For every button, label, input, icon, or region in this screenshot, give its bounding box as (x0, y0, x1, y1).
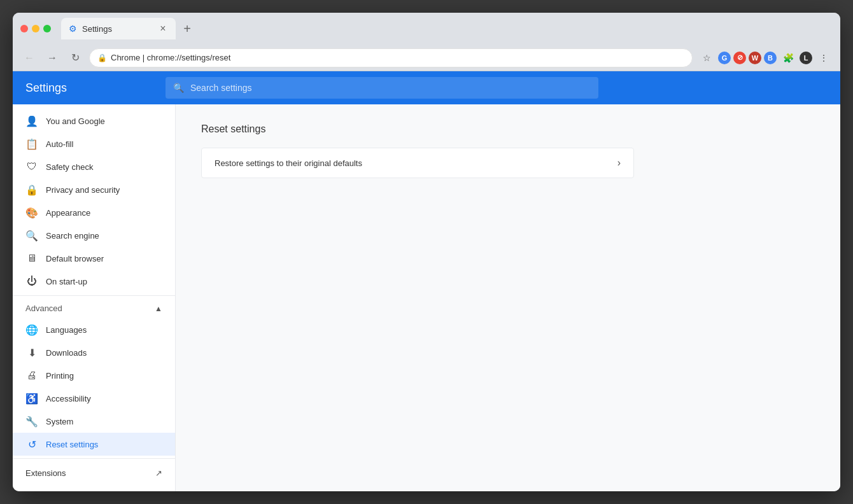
sidebar-label-reset-settings: Reset settings (46, 440, 98, 449)
sidebar-item-about-chrome[interactable]: About Chrome (13, 484, 175, 491)
maximize-traffic-light[interactable] (43, 25, 51, 32)
block-ext-icon[interactable]: ⊘ (733, 52, 746, 64)
sidebar-label-extensions: Extensions (25, 468, 66, 478)
tab-bar: ⚙ Settings × + (61, 18, 833, 39)
browser-toolbar-icons: ☆ G ⊘ W B 🧩 L ⋮ (698, 49, 833, 67)
search-placeholder: Search settings (190, 83, 252, 93)
sidebar-item-downloads[interactable]: ⬇ Downloads (13, 341, 175, 364)
reload-button[interactable]: ↻ (66, 49, 84, 67)
sidebar-label-safety-check: Safety check (46, 162, 93, 172)
sidebar-item-on-startup[interactable]: ⏻ On start-up (13, 270, 175, 293)
sidebar-label-you-and-google: You and Google (46, 116, 105, 126)
b-ext-icon[interactable]: B (764, 52, 777, 64)
sidebar-item-search-engine[interactable]: 🔍 Search engine (13, 224, 175, 247)
puzzle-button[interactable]: 🧩 (779, 49, 797, 67)
address-bar: ← → ↻ 🔒 Chrome | chrome://settings/reset… (13, 45, 840, 71)
restore-defaults-label: Restore settings to their original defau… (215, 158, 617, 168)
settings-header: Settings 🔍 Search settings (13, 71, 840, 104)
settings-tab-icon: ⚙ (69, 24, 77, 34)
sidebar-label-on-startup: On start-up (46, 277, 87, 286)
sidebar-item-reset-settings[interactable]: ↺ Reset settings (13, 433, 175, 456)
settings-sidebar: 👤 You and Google 📋 Auto-fill 🛡 Safety ch… (13, 104, 176, 491)
settings-tab-title: Settings (82, 24, 112, 34)
url-bar[interactable]: 🔒 Chrome | chrome://settings/reset (89, 48, 693, 67)
star-button[interactable]: ☆ (698, 49, 716, 67)
appearance-icon: 🎨 (25, 207, 38, 219)
shield-icon: 🛡 (25, 161, 38, 172)
search-icon: 🔍 (173, 83, 184, 93)
settings-body: 👤 You and Google 📋 Auto-fill 🛡 Safety ch… (13, 104, 840, 491)
sidebar-item-extensions[interactable]: Extensions ↗ (13, 461, 175, 484)
page-title: Reset settings (201, 123, 815, 135)
sidebar-label-about-chrome: About Chrome (25, 491, 79, 492)
sidebar-item-system[interactable]: 🔧 System (13, 410, 175, 433)
restore-defaults-row[interactable]: Restore settings to their original defau… (202, 148, 633, 178)
privacy-icon: 🔒 (25, 184, 38, 196)
url-text: Chrome | chrome://settings/reset (111, 53, 230, 62)
sidebar-item-privacy[interactable]: 🔒 Privacy and security (13, 178, 175, 201)
google-ext-icon[interactable]: G (718, 52, 731, 64)
sidebar-item-printing[interactable]: 🖨 Printing (13, 364, 175, 387)
sidebar-label-appearance: Appearance (46, 208, 90, 218)
forward-button[interactable]: → (43, 49, 61, 67)
sidebar-label-privacy: Privacy and security (46, 185, 120, 195)
reset-settings-card: Restore settings to their original defau… (201, 148, 634, 178)
traffic-lights (20, 25, 51, 32)
main-content: Reset settings Restore settings to their… (176, 104, 840, 491)
advanced-chevron-icon: ▲ (155, 304, 162, 313)
reset-icon: ↺ (25, 438, 38, 451)
restore-defaults-arrow: › (617, 157, 621, 169)
print-icon: 🖨 (25, 370, 38, 381)
sidebar-label-search-engine: Search engine (46, 231, 99, 241)
autofill-icon: 📋 (25, 138, 38, 150)
browser-icon: 🖥 (25, 253, 38, 264)
minimize-traffic-light[interactable] (32, 25, 39, 32)
sidebar-item-accessibility[interactable]: ♿ Accessibility (13, 387, 175, 410)
search-engine-icon: 🔍 (25, 230, 38, 242)
settings-title: Settings (25, 81, 153, 95)
sidebar-item-default-browser[interactable]: 🖥 Default browser (13, 247, 175, 270)
advanced-section-header[interactable]: Advanced ▲ (13, 298, 175, 318)
sidebar-item-safety-check[interactable]: 🛡 Safety check (13, 155, 175, 178)
profile-ext-icon[interactable]: L (800, 52, 812, 64)
tab-close-button[interactable]: × (158, 24, 168, 34)
sidebar-label-system: System (46, 417, 73, 426)
sidebar-label-default-browser: Default browser (46, 254, 104, 263)
settings-search-bar[interactable]: 🔍 Search settings (166, 77, 598, 99)
settings-tab[interactable]: ⚙ Settings × (61, 18, 176, 39)
download-icon: ⬇ (25, 347, 38, 359)
more-button[interactable]: ⋮ (815, 49, 833, 67)
system-icon: 🔧 (25, 416, 38, 428)
sidebar-label-languages: Languages (46, 325, 87, 335)
close-traffic-light[interactable] (20, 25, 28, 32)
sidebar-item-languages[interactable]: 🌐 Languages (13, 318, 175, 341)
new-tab-button[interactable]: + (178, 20, 196, 38)
external-link-icon: ↗ (155, 468, 162, 478)
title-bar: ⚙ Settings × + (13, 13, 840, 45)
advanced-section-label: Advanced (25, 304, 62, 313)
power-icon: ⏻ (25, 276, 38, 287)
sidebar-item-appearance[interactable]: 🎨 Appearance (13, 201, 175, 224)
sidebar-label-printing: Printing (46, 371, 74, 381)
person-icon: 👤 (25, 115, 38, 127)
sidebar-divider-2 (13, 458, 175, 459)
sidebar-label-autofill: Auto-fill (46, 139, 73, 149)
sidebar-item-autofill[interactable]: 📋 Auto-fill (13, 132, 175, 155)
url-lock-icon: 🔒 (97, 53, 107, 62)
sidebar-item-you-and-google[interactable]: 👤 You and Google (13, 109, 175, 132)
sidebar-divider (13, 295, 175, 296)
accessibility-icon: ♿ (25, 393, 38, 405)
content-area: Settings 🔍 Search settings 👤 You and Goo… (13, 71, 840, 491)
back-button[interactable]: ← (20, 49, 38, 67)
w-ext-icon[interactable]: W (749, 52, 761, 64)
browser-window: ⚙ Settings × + ← → ↻ 🔒 Chrome | chrome:/… (13, 13, 840, 491)
sidebar-label-downloads: Downloads (46, 348, 87, 358)
globe-icon: 🌐 (25, 324, 38, 336)
sidebar-label-accessibility: Accessibility (46, 394, 91, 403)
